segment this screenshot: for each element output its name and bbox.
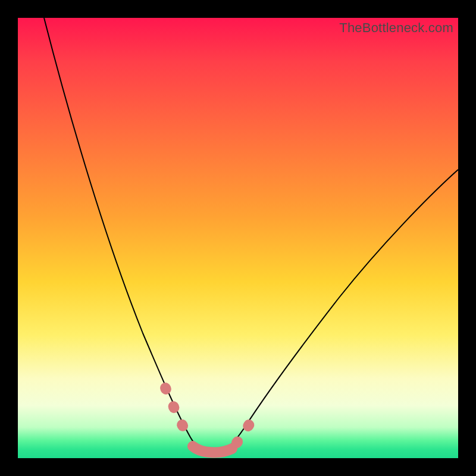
bottleneck-curve (44, 18, 458, 455)
optimal-band-floor (193, 446, 232, 452)
curve-svg (18, 18, 458, 458)
chart-frame: TheBottleneck.com (0, 0, 476, 476)
plot-area: TheBottleneck.com (18, 18, 458, 458)
optimal-band-left (165, 388, 188, 436)
optimal-band-right (237, 414, 256, 443)
